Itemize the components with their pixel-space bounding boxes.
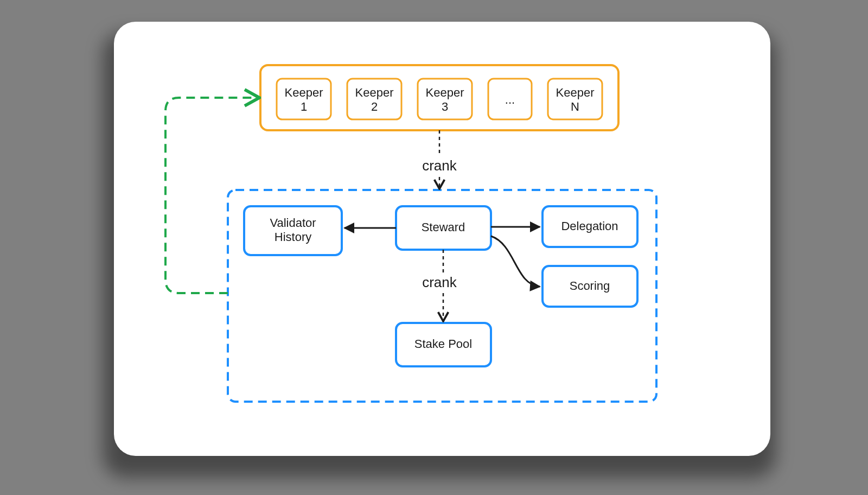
svg-text:History: History (275, 230, 311, 244)
svg-text:Keeper: Keeper (285, 86, 323, 99)
stake-pool-node: Stake Pool (396, 323, 491, 366)
keeper-ellipsis: ... (488, 79, 532, 119)
svg-text:...: ... (505, 93, 515, 106)
keeper-1: Keeper 1 (277, 79, 331, 119)
crank-label-bottom: crank (422, 274, 457, 290)
svg-text:N: N (571, 100, 579, 113)
svg-text:3: 3 (442, 100, 448, 113)
stage: Keeper 1 Keeper 2 Keeper 3 ... Keeper N (0, 0, 868, 495)
validator-history-node: Validator History (244, 206, 342, 255)
scoring-node: Scoring (542, 266, 637, 307)
svg-text:Keeper: Keeper (355, 86, 394, 99)
arrow-feedback-green (165, 98, 258, 293)
keeper-2: Keeper 2 (347, 79, 401, 119)
svg-text:Keeper: Keeper (426, 86, 464, 99)
delegation-node: Delegation (542, 206, 637, 247)
keeper-n: Keeper N (548, 79, 602, 119)
svg-text:1: 1 (301, 100, 307, 113)
svg-text:2: 2 (371, 100, 378, 113)
arrow-steward-to-scoring (491, 236, 540, 287)
diagram-svg: Keeper 1 Keeper 2 Keeper 3 ... Keeper N (114, 22, 770, 456)
svg-text:Stake Pool: Stake Pool (414, 337, 472, 351)
keeper-3: Keeper 3 (418, 79, 472, 119)
diagram-card: Keeper 1 Keeper 2 Keeper 3 ... Keeper N (114, 22, 770, 456)
steward-node: Steward (396, 206, 491, 250)
svg-text:Steward: Steward (422, 220, 465, 234)
svg-text:Scoring: Scoring (570, 279, 610, 293)
svg-text:Delegation: Delegation (561, 219, 618, 233)
crank-label-top: crank (422, 157, 457, 174)
svg-text:Validator: Validator (270, 216, 316, 230)
svg-text:Keeper: Keeper (556, 86, 595, 99)
